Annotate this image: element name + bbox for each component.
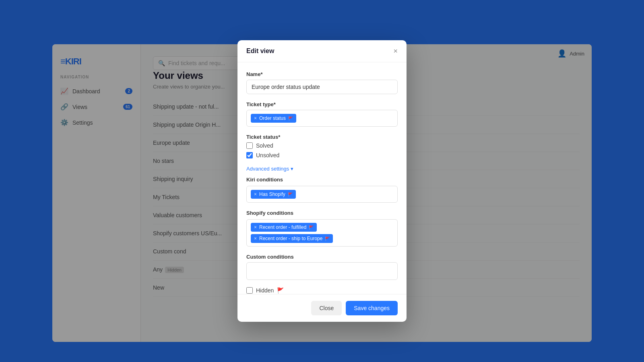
hidden-checkbox[interactable]: [246, 287, 253, 294]
custom-conditions-group: Custom conditions: [246, 254, 398, 280]
unsolved-checkbox[interactable]: [246, 152, 253, 158]
tag-info-ship-to-europe: 🚩: [325, 237, 330, 241]
tag-label-has-shopify: Has Shopify: [259, 191, 285, 197]
name-label: Name*: [246, 71, 398, 77]
unsolved-checkbox-item[interactable]: Unsolved: [246, 152, 398, 158]
hidden-checkbox-item[interactable]: Hidden 🚩: [246, 287, 398, 294]
shopify-conditions-group: Shopify conditions × Recent order - fulf…: [246, 210, 398, 247]
tag-remove-order-status[interactable]: ×: [254, 115, 257, 121]
name-input[interactable]: [246, 80, 398, 94]
advanced-chevron-icon: ▾: [291, 166, 293, 172]
tag-remove-fulfilled[interactable]: ×: [254, 224, 257, 230]
tag-info-order-status: 🚩: [288, 116, 293, 121]
modal-footer: Close Save changes: [237, 294, 407, 322]
custom-conditions-input[interactable]: [246, 262, 398, 280]
ticket-status-label: Ticket status*: [246, 134, 398, 140]
hidden-info-icon: 🚩: [277, 287, 284, 294]
shopify-conditions-tags-input[interactable]: × Recent order - fulfilled 🚩 × Recent or…: [246, 219, 398, 247]
tag-label-fulfilled: Recent order - fulfilled: [259, 224, 306, 230]
kiri-conditions-tags-input[interactable]: × Has Shopify 🚩: [246, 186, 398, 203]
modal-overlay: Edit view × Name* Ticket type* × Order s…: [0, 0, 644, 362]
solved-checkbox[interactable]: [246, 142, 253, 149]
ticket-status-checkboxes: Solved Unsolved: [246, 142, 398, 158]
ticket-status-group: Ticket status* Solved Unsolved: [246, 134, 398, 158]
kiri-conditions-group: Kiri conditions × Has Shopify 🚩: [246, 177, 398, 203]
name-group: Name*: [246, 71, 398, 94]
advanced-settings-toggle[interactable]: Advanced settings ▾: [246, 166, 398, 172]
tag-info-fulfilled: 🚩: [309, 225, 314, 230]
advanced-settings-label: Advanced settings: [246, 166, 289, 172]
shopify-tag-ship-to-europe: × Recent order - ship to Europe 🚩: [251, 234, 333, 243]
shopify-conditions-label: Shopify conditions: [246, 210, 398, 216]
solved-label: Solved: [256, 142, 273, 149]
tag-label-order-status: Order status: [259, 115, 286, 121]
tag-label-ship-to-europe: Recent order - ship to Europe: [259, 236, 322, 241]
tag-remove-ship-to-europe[interactable]: ×: [254, 236, 257, 241]
modal-body: Name* Ticket type* × Order status 🚩 Tick…: [237, 62, 407, 294]
custom-conditions-label: Custom conditions: [246, 254, 398, 260]
modal-header: Edit view ×: [237, 40, 407, 62]
save-changes-button[interactable]: Save changes: [346, 301, 398, 315]
modal-close-button[interactable]: ×: [393, 47, 398, 55]
hidden-label: Hidden: [256, 287, 274, 294]
kiri-tag-has-shopify: × Has Shopify 🚩: [251, 190, 296, 199]
modal-title: Edit view: [246, 47, 274, 55]
tag-info-has-shopify: 🚩: [288, 192, 293, 197]
ticket-type-label: Ticket type*: [246, 101, 398, 107]
ticket-type-tag-order-status: × Order status 🚩: [251, 114, 296, 123]
kiri-conditions-label: Kiri conditions: [246, 177, 398, 183]
tag-remove-has-shopify[interactable]: ×: [254, 191, 257, 197]
edit-view-modal: Edit view × Name* Ticket type* × Order s…: [237, 40, 407, 322]
shopify-tag-fulfilled: × Recent order - fulfilled 🚩: [251, 223, 317, 232]
ticket-type-tags-input[interactable]: × Order status 🚩: [246, 110, 398, 127]
solved-checkbox-item[interactable]: Solved: [246, 142, 398, 149]
unsolved-label: Unsolved: [256, 152, 279, 158]
close-button[interactable]: Close: [311, 301, 342, 315]
ticket-type-group: Ticket type* × Order status 🚩: [246, 101, 398, 127]
